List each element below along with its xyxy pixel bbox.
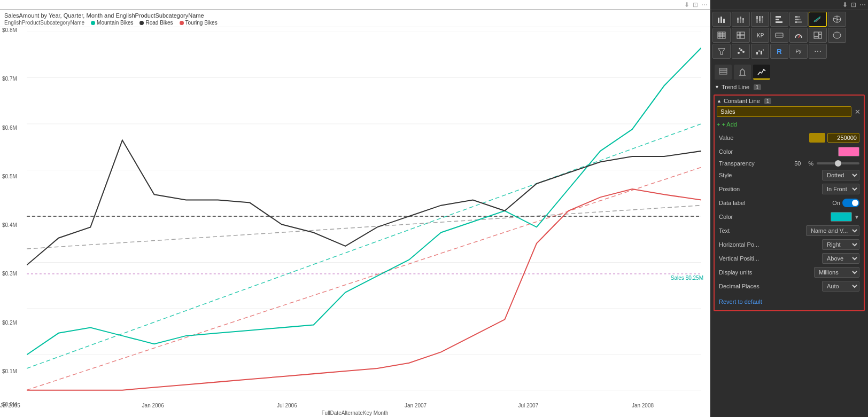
viz-bar-chart[interactable] bbox=[712, 12, 731, 27]
prop-row-horiz-pos: Horizontal Po... Right Left Center bbox=[717, 238, 862, 251]
viz-map[interactable] bbox=[828, 12, 846, 27]
prop-row-transparency: Transparency 50 % bbox=[717, 159, 862, 168]
prop-value-data-label: On bbox=[832, 199, 859, 207]
legend-dot-mountain bbox=[91, 21, 95, 25]
prop-label-style: Style bbox=[719, 172, 822, 178]
svg-rect-53 bbox=[814, 32, 818, 36]
viz-card[interactable] bbox=[770, 28, 788, 43]
trend-line-section-header[interactable]: ▼ Trend Line 1 bbox=[710, 82, 868, 92]
svg-rect-26 bbox=[759, 21, 761, 23]
svg-rect-31 bbox=[776, 21, 782, 23]
svg-rect-15 bbox=[720, 17, 722, 23]
svg-rect-40 bbox=[718, 32, 725, 34]
viz-treemap[interactable] bbox=[809, 28, 827, 43]
expand-icon[interactable]: ⊡ bbox=[693, 1, 698, 9]
viz-scatter[interactable] bbox=[732, 44, 750, 59]
viz-funnel[interactable] bbox=[712, 44, 731, 59]
panel-expand-icon[interactable]: ⊡ bbox=[851, 1, 856, 9]
viz-filled-map[interactable] bbox=[828, 28, 846, 43]
style-select[interactable]: Dotted Dashed Solid bbox=[822, 170, 859, 180]
svg-rect-20 bbox=[740, 19, 741, 23]
viz-gauge[interactable] bbox=[789, 28, 808, 43]
constant-line-annotation: Sales $0.25M bbox=[671, 275, 703, 281]
svg-rect-32 bbox=[795, 16, 797, 18]
svg-line-13 bbox=[27, 167, 701, 390]
svg-rect-42 bbox=[718, 36, 725, 38]
viz-line-chart[interactable] bbox=[809, 12, 827, 27]
transparency-slider-track bbox=[817, 162, 859, 164]
viz-table[interactable] bbox=[712, 28, 731, 43]
prop-row-color2: Color ▼ bbox=[717, 210, 862, 224]
prop-label-color1: Color bbox=[719, 148, 838, 155]
y-label-06: $0.6M bbox=[2, 125, 17, 131]
revert-to-default-button[interactable]: Revert to default bbox=[719, 297, 762, 306]
position-select[interactable]: In Front Behind bbox=[822, 184, 859, 194]
prop-row-data-label: Data label On bbox=[717, 196, 862, 210]
viz-100-bar[interactable] bbox=[751, 12, 769, 27]
viz-matrix[interactable] bbox=[732, 28, 750, 43]
svg-rect-24 bbox=[756, 19, 758, 23]
decimal-places-select[interactable]: Auto 0 1 2 bbox=[822, 281, 859, 292]
legend-item-touring: Touring Bikes bbox=[180, 20, 218, 26]
constant-line-header[interactable]: ▲ Constant Line 1 bbox=[717, 98, 862, 104]
viz-more[interactable]: ⋯ bbox=[809, 44, 827, 59]
svg-rect-65 bbox=[761, 51, 762, 54]
properties-panel: ▼ Trend Line 1 ▲ Constant Line 1 ✕ + + A… bbox=[710, 80, 868, 417]
svg-marker-58 bbox=[718, 49, 725, 54]
svg-text:KPI: KPI bbox=[757, 33, 764, 38]
tab-analytics[interactable] bbox=[753, 65, 770, 80]
svg-line-12 bbox=[27, 206, 701, 249]
color-swatch-2[interactable] bbox=[831, 212, 852, 222]
viz-icons-area: KPI R bbox=[710, 10, 868, 61]
constant-line-section: ▲ Constant Line 1 ✕ + + Add Value bbox=[714, 95, 865, 311]
display-units-select[interactable]: Millions Thousands Billions None Auto bbox=[814, 267, 859, 278]
panel-tabs bbox=[710, 61, 868, 80]
tab-format[interactable] bbox=[734, 65, 751, 80]
download-icon[interactable]: ⬇ bbox=[684, 1, 689, 9]
viz-stacked-horiz[interactable] bbox=[789, 12, 808, 27]
vert-pos-select[interactable]: Above Below bbox=[822, 253, 859, 264]
constant-line-search-input[interactable] bbox=[717, 106, 851, 117]
viz-stacked-bar[interactable] bbox=[732, 12, 750, 27]
viz-python[interactable]: Py bbox=[789, 44, 808, 59]
prop-row-color1: Color bbox=[717, 145, 862, 159]
svg-rect-56 bbox=[814, 37, 818, 38]
svg-rect-67 bbox=[719, 68, 727, 70]
x-label-jan2006: Jan 2006 bbox=[142, 403, 164, 408]
y-label-07: $0.7M bbox=[2, 76, 17, 82]
value-input[interactable] bbox=[827, 133, 859, 143]
x-axis-title: FullDateAlternateKey Month bbox=[321, 410, 388, 416]
viz-horiz-bar[interactable] bbox=[770, 12, 788, 27]
chart-title: SalesAmount by Year, Quarter, Month and … bbox=[4, 12, 706, 19]
add-label: + Add bbox=[722, 121, 737, 128]
add-constant-line-button[interactable]: + + Add bbox=[717, 120, 862, 129]
chart-container: ⬇ ⊡ ⋯ SalesAmount by Year, Quarter, Mont… bbox=[0, 0, 710, 417]
color2-dropdown-arrow[interactable]: ▼ bbox=[854, 214, 859, 220]
horiz-pos-select[interactable]: Right Left Center bbox=[822, 239, 859, 250]
panel-more-icon[interactable]: ⋯ bbox=[859, 1, 866, 9]
constant-line-clear-button[interactable]: ✕ bbox=[854, 108, 862, 116]
panel-down-icon[interactable]: ⬇ bbox=[842, 1, 848, 9]
svg-rect-19 bbox=[740, 17, 741, 19]
viz-waterfall[interactable] bbox=[751, 44, 769, 59]
more-icon[interactable]: ⋯ bbox=[701, 1, 708, 9]
trend-line-label: Trend Line bbox=[722, 84, 749, 90]
tab-fields[interactable] bbox=[715, 65, 732, 80]
y-label-03: $0.3M bbox=[2, 271, 17, 277]
svg-rect-69 bbox=[719, 73, 727, 74]
svg-rect-30 bbox=[776, 19, 779, 20]
prop-row-display-units: Display units Millions Thousands Billion… bbox=[717, 265, 862, 279]
svg-rect-14 bbox=[718, 18, 719, 23]
svg-rect-54 bbox=[819, 32, 821, 34]
transparency-slider-thumb[interactable] bbox=[835, 160, 841, 167]
viz-r-custom[interactable]: R bbox=[770, 44, 788, 59]
svg-rect-55 bbox=[819, 35, 821, 38]
right-panel: ⬇ ⊡ ⋯ bbox=[710, 0, 868, 417]
color-swatch-1[interactable] bbox=[838, 147, 859, 156]
svg-rect-47 bbox=[737, 35, 740, 38]
text-select[interactable]: Name and V... Name Value bbox=[806, 225, 859, 236]
viz-kpi[interactable]: KPI bbox=[751, 28, 769, 43]
data-label-toggle[interactable] bbox=[842, 199, 859, 207]
chart-header: SalesAmount by Year, Quarter, Month and … bbox=[0, 10, 710, 27]
x-label-jul2005: Jul 2005 bbox=[0, 403, 20, 408]
